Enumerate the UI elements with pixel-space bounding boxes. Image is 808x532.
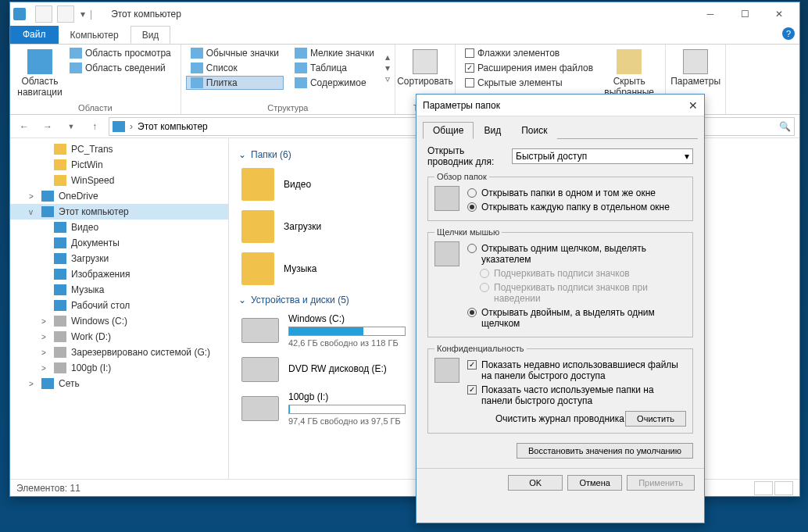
radio-underline-hover: Подчеркивать подписи значков при наведен… [464,280,686,305]
layout-expand-icon[interactable]: ▿ [385,73,390,84]
radio-double-click[interactable]: Открывать двойным, а выделять одним щелч… [464,305,686,330]
open-for-dropdown[interactable]: Быстрый доступ▾ [512,148,693,164]
file-tab[interactable]: Файл [10,26,59,44]
clear-button[interactable]: Очистить [625,411,686,427]
folder-options-dialog: Параметры папок ✕ Общие Вид Поиск Открыт… [416,94,705,523]
group-label-panes: Области [15,103,176,114]
details-pane-icon [70,62,82,73]
layout-scroll-up-icon[interactable]: ▴ [385,52,390,62]
layout-scroll-down-icon[interactable]: ▾ [385,62,390,73]
group-label-layout: Структура [186,103,390,114]
titlebar: ▾ | Этот компьютер ─ ☐ ✕ [10,2,799,26]
browse-folders-group: Обзор папок Открывать папки в одном и то… [427,172,693,221]
preview-pane-item[interactable]: Область просмотра [65,46,176,60]
restore-defaults-button[interactable]: Восстановить значения по умолчанию [517,443,693,459]
tree-item[interactable]: >Зарезервировано системой (G:) [10,345,228,360]
tree-item[interactable]: >Windows (C:) [10,313,228,329]
nav-pane-button[interactable]: Область навигации [15,46,65,101]
search-icon: 🔍 [779,121,791,132]
back-button[interactable]: ← [15,117,34,136]
window-title: Этот компьютер [111,9,181,20]
privacy-group-icon [434,358,459,383]
tab-view[interactable]: Вид [130,26,171,44]
recent-dropdown-icon[interactable]: ▼ [62,117,80,136]
status-text: Элементов: 11 [16,483,80,494]
cancel-button[interactable]: Отмена [567,475,622,491]
layout-list[interactable]: Список [186,61,284,75]
details-pane-item[interactable]: Область сведений [65,61,176,75]
up-button[interactable]: ↑ [85,117,104,136]
ok-button[interactable]: OK [508,475,563,491]
preview-pane-icon [70,48,82,59]
tree-item[interactable]: Рабочий стол [10,298,228,313]
qat-btn-1[interactable] [35,5,52,23]
view-details-button[interactable] [754,481,773,495]
dialog-close-button[interactable]: ✕ [688,99,698,112]
tree-item[interactable]: Документы [10,235,228,251]
click-group-icon [434,241,459,266]
tree-item[interactable]: vЭтот компьютер [10,204,228,220]
tree-item[interactable]: Изображения [10,266,228,282]
clear-history-label: Очистить журнал проводника [495,413,624,424]
dialog-tab-view[interactable]: Вид [474,122,511,139]
qat-dropdown-icon[interactable]: ▾ [80,9,85,20]
tree-item[interactable]: WinSpeed [10,173,228,188]
system-icon [13,8,26,20]
tree-item[interactable]: >OneDrive [10,188,228,204]
nav-tree[interactable]: PC_TransPictWinWinSpeed>OneDrivevЭтот ко… [10,138,229,479]
close-button[interactable]: ✕ [762,3,796,25]
forward-button[interactable]: → [38,117,57,136]
tree-item[interactable]: >Сеть [10,376,228,391]
check-frequent-folders[interactable]: Показать часто используемые папки на пан… [464,383,686,408]
dialog-titlebar: Параметры папок ✕ [417,95,704,116]
click-behavior-group: Щелчки мышью Открывать одним щелчком, вы… [427,227,693,337]
tree-item[interactable]: Видео [10,220,228,235]
radio-same-window[interactable]: Открывать папки в одном и том же окне [464,186,686,200]
dialog-title: Параметры папок [423,100,500,111]
tree-item[interactable]: Музыка [10,282,228,298]
privacy-group: Конфиденциальность Показать недавно испо… [427,344,693,434]
pc-icon [113,121,125,132]
apply-button[interactable]: Применить [627,475,695,491]
ribbon-tabs: Файл Компьютер Вид [10,26,799,45]
sort-icon [413,49,438,74]
radio-new-window[interactable]: Открывать каждую папку в отдельном окне [464,200,686,214]
dialog-tab-search[interactable]: Поиск [511,122,557,139]
help-icon[interactable]: ? [782,27,795,40]
dialog-tab-general[interactable]: Общие [423,122,474,139]
tree-item[interactable]: >Work (D:) [10,329,228,345]
tree-item[interactable]: PictWin [10,157,228,173]
tab-computer[interactable]: Компьютер [59,26,130,44]
sort-button[interactable]: Сортировать [400,46,450,90]
tree-item[interactable]: Загрузки [10,251,228,266]
tree-item[interactable]: >100gb (I:) [10,360,228,376]
maximize-button[interactable]: ☐ [728,3,762,25]
extensions-toggle[interactable]: Расширения имен файлов [460,61,598,75]
minimize-button[interactable]: ─ [693,3,728,25]
radio-underline-always: Подчеркивать подписи значков [464,266,686,280]
layout-small-icons[interactable]: Мелкие значки [290,46,379,60]
options-button[interactable]: Параметры [670,46,720,90]
layout-normal-icons[interactable]: Обычные значки [186,46,284,60]
browse-group-icon [434,186,459,211]
options-icon [683,49,708,74]
qat-btn-2[interactable] [57,5,74,23]
layout-table[interactable]: Таблица [290,61,379,75]
open-for-label: Открыть проводник для: [427,145,506,167]
layout-content[interactable]: Содержимое [290,76,379,90]
checkboxes-toggle[interactable]: Флажки элементов [460,46,598,60]
check-recent-files[interactable]: Показать недавно использовавшиеся файлы … [464,358,686,383]
chevron-down-icon: ▾ [685,151,689,162]
radio-single-click[interactable]: Открывать одним щелчком, выделять указат… [464,241,686,266]
tree-item[interactable]: PC_Trans [10,141,228,157]
layout-tiles[interactable]: Плитка [186,76,284,90]
hide-selected-icon [617,49,642,74]
view-icons-button[interactable] [774,481,793,495]
nav-pane-icon [27,49,52,74]
hidden-toggle[interactable]: Скрытые элементы [460,76,598,90]
dialog-tabs: Общие Вид Поиск [423,121,698,139]
